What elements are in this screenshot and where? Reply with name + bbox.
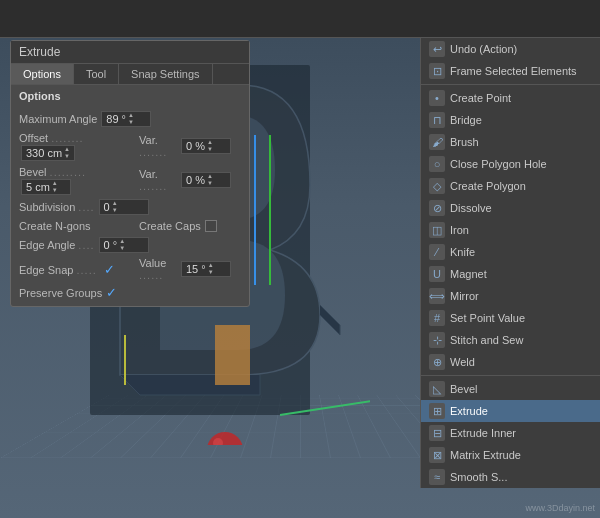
ngons-left: Create N-gons [19,219,139,233]
offset-left: Offset ........ 330 cm ▲ ▼ [19,131,139,161]
tab-snap-settings[interactable]: Snap Settings [119,64,213,84]
checkbox-create-caps[interactable] [205,220,217,232]
spin-var-offset[interactable]: ▲ ▼ [207,139,213,153]
panel-tabs: Options Tool Snap Settings [11,64,249,85]
panel-title: Extrude [11,41,249,64]
label-subdivision: Subdivision .... [19,201,95,213]
menu-icon-close-polygon-hole: ○ [429,156,445,172]
label-create-caps: Create Caps [139,220,201,232]
menu-label-smooth-shift: Smooth S... [450,471,507,483]
spin-edge-snap-value[interactable]: ▲ ▼ [208,262,214,276]
spin-bevel[interactable]: ▲ ▼ [52,180,58,194]
checkmark-preserve-groups[interactable]: ✓ [106,285,117,300]
menu-label-iron: Iron [450,224,469,236]
value-maximum-angle[interactable]: 89 ° ▲ ▼ [101,111,151,127]
offset-right: Var. ....... 0 % ▲ ▼ [139,134,241,158]
section-title: Options [11,85,249,105]
menu-icon-extrude-inner: ⊟ [429,425,445,441]
menu-icon-bridge: ⊓ [429,112,445,128]
menu-item-knife[interactable]: ∕Knife [421,241,600,263]
divider-divider2 [421,375,600,376]
spin-subdivision[interactable]: ▲ ▼ [112,200,118,214]
menu-icon-knife: ∕ [429,244,445,260]
menu-icon-undo: ↩ [429,41,445,57]
menu-item-brush[interactable]: 🖌Brush [421,131,600,153]
edge-snap-left: Edge Snap ..... ✓ [19,262,139,277]
menu-label-matrix-extrude: Matrix Extrude [450,449,521,461]
value-subdivision[interactable]: 0 ▲ ▼ [99,199,149,215]
label-var-bevel: Var. ....... [139,168,179,192]
menu-icon-extrude: ⊞ [429,403,445,419]
menu-icon-matrix-extrude: ⊠ [429,447,445,463]
menu-item-stitch-and-sew[interactable]: ⊹Stitch and Sew [421,329,600,351]
menu-item-mirror[interactable]: ⟺Mirror [421,285,600,307]
menu-label-create-polygon: Create Polygon [450,180,526,192]
menu-icon-stitch-and-sew: ⊹ [429,332,445,348]
menu-icon-frame-selected: ⊡ [429,63,445,79]
menu-label-magnet: Magnet [450,268,487,280]
menu-icon-brush: 🖌 [429,134,445,150]
menu-item-matrix-extrude[interactable]: ⊠Matrix Extrude [421,444,600,466]
menu-item-extrude[interactable]: ⊞Extrude [421,400,600,422]
menu-label-mirror: Mirror [450,290,479,302]
bevel-left: Bevel ......... 5 cm ▲ ▼ [19,165,139,195]
menu-icon-set-point-value: # [429,310,445,326]
label-var-offset: Var. ....... [139,134,179,158]
menu-item-extrude-inner[interactable]: ⊟Extrude Inner [421,422,600,444]
menu-icon-dissolve: ⊘ [429,200,445,216]
spin-maximum-angle[interactable]: ▲ ▼ [128,112,134,126]
spin-edge-angle[interactable]: ▲ ▼ [119,238,125,252]
edge-snap-right: Value ...... 15 ° ▲ ▼ [139,257,241,281]
spin-offset[interactable]: ▲ ▼ [64,146,70,160]
row-create-ngons: Create N-gons Create Caps [11,217,249,235]
label-value-edge-snap: Value ...... [139,257,179,281]
menu-label-dissolve: Dissolve [450,202,492,214]
bevel-right: Var. ....... 0 % ▲ ▼ [139,168,241,192]
menu-item-weld[interactable]: ⊕Weld [421,351,600,373]
value-offset[interactable]: 330 cm ▲ ▼ [21,145,75,161]
menu-label-frame-selected: Frame Selected Elements [450,65,577,77]
row-offset: Offset ........ 330 cm ▲ ▼ Var. ....... … [11,129,249,163]
value-var-offset[interactable]: 0 % ▲ ▼ [181,138,231,154]
menu-item-close-polygon-hole[interactable]: ○Close Polygon Hole [421,153,600,175]
row-edge-snap: Edge Snap ..... ✓ Value ...... 15 ° ▲ ▼ [11,255,249,283]
menu-item-create-point[interactable]: •Create Point [421,87,600,109]
tab-options[interactable]: Options [11,64,74,84]
label-maximum-angle: Maximum Angle [19,113,97,125]
value-var-bevel[interactable]: 0 % ▲ ▼ [181,172,231,188]
row-bevel: Bevel ......... 5 cm ▲ ▼ Var. ....... 0 … [11,163,249,197]
menu-label-bridge: Bridge [450,114,482,126]
tab-tool[interactable]: Tool [74,64,119,84]
spin-var-bevel[interactable]: ▲ ▼ [207,173,213,187]
right-menu: ↩Undo (Action)⊡Frame Selected Elements•C… [420,38,600,488]
label-edge-angle: Edge Angle .... [19,239,95,251]
menu-label-extrude-inner: Extrude Inner [450,427,516,439]
row-maximum-angle: Maximum Angle 89 ° ▲ ▼ [11,109,249,129]
menu-label-brush: Brush [450,136,479,148]
menu-icon-smooth-shift: ≈ [429,469,445,485]
menu-item-iron[interactable]: ◫Iron [421,219,600,241]
menu-item-undo[interactable]: ↩Undo (Action) [421,38,600,60]
menu-icon-weld: ⊕ [429,354,445,370]
menu-item-dissolve[interactable]: ⊘Dissolve [421,197,600,219]
menu-item-bridge[interactable]: ⊓Bridge [421,109,600,131]
menu-item-bevel[interactable]: ◺Bevel [421,378,600,400]
menu-label-stitch-and-sew: Stitch and Sew [450,334,523,346]
row-subdivision: Subdivision .... 0 ▲ ▼ [11,197,249,217]
menu-label-create-point: Create Point [450,92,511,104]
menu-item-create-polygon[interactable]: ◇Create Polygon [421,175,600,197]
menu-label-bevel: Bevel [450,383,478,395]
menu-icon-magnet: U [429,266,445,282]
top-bar [0,0,600,38]
value-edge-snap[interactable]: 15 ° ▲ ▼ [181,261,231,277]
checkmark-edge-snap[interactable]: ✓ [104,262,115,277]
svg-rect-3 [215,325,250,385]
menu-item-frame-selected[interactable]: ⊡Frame Selected Elements [421,60,600,82]
menu-icon-mirror: ⟺ [429,288,445,304]
value-bevel[interactable]: 5 cm ▲ ▼ [21,179,71,195]
value-edge-angle[interactable]: 0 ° ▲ ▼ [99,237,149,253]
menu-item-set-point-value[interactable]: #Set Point Value [421,307,600,329]
menu-item-smooth-shift[interactable]: ≈Smooth S... [421,466,600,488]
max-angle-value: 89 ° [106,113,126,125]
menu-item-magnet[interactable]: UMagnet [421,263,600,285]
